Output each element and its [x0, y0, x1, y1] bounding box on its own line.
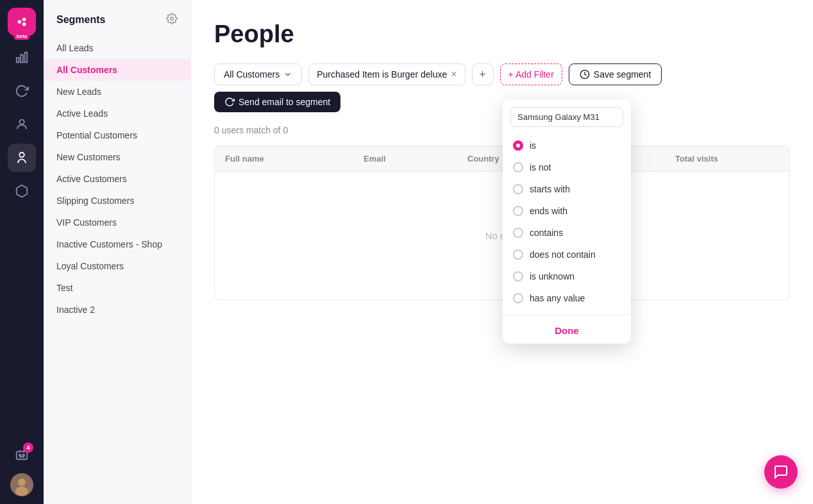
sidebar-item-test[interactable]: Test [44, 277, 190, 299]
option-contains[interactable]: contains [503, 222, 631, 244]
sidebar-item-active-customers[interactable]: Active Customers [44, 168, 190, 190]
beta-badge: beta [14, 33, 29, 40]
radio-does-not-contain[interactable] [513, 249, 523, 260]
table-header: Full name Email Country Last visit Total… [214, 146, 790, 172]
option-starts-with-label: starts with [530, 184, 570, 194]
dropdown-search-input[interactable] [510, 107, 623, 127]
filter-chip-label: Purchased Item is Burger deluxe [317, 69, 447, 80]
box-icon [15, 184, 29, 198]
radio-is-unknown[interactable] [513, 271, 523, 281]
add-filter-button[interactable]: + Add Filter [500, 63, 562, 85]
sidebar-item-all-leads[interactable]: All Leads [44, 37, 190, 59]
person-icon [15, 151, 29, 165]
col-header-email: Email [364, 154, 467, 164]
option-does-not-contain[interactable]: does not contain [503, 244, 631, 265]
segment-label: All Customers [224, 69, 280, 80]
segment-dropdown[interactable]: All Customers [214, 63, 302, 85]
radio-is-not[interactable] [513, 162, 523, 172]
radio-starts-with[interactable] [513, 184, 523, 194]
send-email-icon [224, 97, 235, 107]
option-is-label: is [530, 140, 536, 151]
chat-icon [773, 464, 789, 480]
option-has-any-value-label: has any value [530, 293, 585, 303]
radio-has-any-value[interactable] [513, 293, 523, 303]
option-is-unknown-label: is unknown [530, 271, 574, 281]
sidebar-item-vip-customers[interactable]: VIP Customers [44, 212, 190, 233]
dropdown-divider [503, 314, 631, 315]
sidebar-item-analytics[interactable] [8, 44, 36, 72]
bar-chart-icon [15, 51, 29, 65]
user-avatar[interactable] [10, 473, 33, 496]
filter-condition-dropdown: is is not starts with ends with contains… [503, 99, 631, 344]
sidebar-header: Segments [44, 13, 190, 37]
sidebar-item-inactive-customers-shop[interactable]: Inactive Customers - Shop [44, 233, 190, 255]
svg-point-10 [22, 454, 24, 456]
col-header-total-visits: Total visits [675, 154, 779, 164]
sidebar-item-box[interactable] [8, 177, 36, 205]
icon-bar: beta 4 [0, 0, 44, 504]
option-contains-label: contains [530, 228, 563, 238]
filter-chip-close-icon[interactable]: × [451, 69, 457, 80]
avatar-image [10, 473, 33, 496]
sidebar-item-user-circle[interactable] [8, 110, 36, 139]
option-has-any-value[interactable]: has any value [503, 287, 631, 309]
svg-point-0 [18, 20, 21, 24]
sidebar-item-people[interactable] [8, 144, 36, 172]
sidebar-title: Segments [56, 14, 105, 26]
table-body: No data [214, 172, 790, 300]
sidebar-item-active-leads[interactable]: Active Leads [44, 103, 190, 124]
save-icon [580, 69, 590, 80]
option-does-not-contain-label: does not contain [530, 249, 596, 260]
add-filter-label: + Add Filter [508, 69, 554, 80]
sidebar-item-new-leads[interactable]: New Leads [44, 81, 190, 103]
save-segment-button[interactable]: Save segment [569, 63, 662, 85]
logo-button[interactable]: beta [8, 8, 36, 36]
sidebar-item-refresh[interactable] [8, 77, 36, 105]
svg-point-13 [15, 487, 28, 496]
gear-icon[interactable] [166, 13, 178, 27]
svg-point-1 [22, 18, 26, 21]
sidebar-item-all-customers[interactable]: All Customers [44, 59, 190, 81]
svg-point-12 [18, 478, 26, 486]
save-segment-label: Save segment [594, 69, 651, 80]
option-is-not[interactable]: is not [503, 156, 631, 178]
svg-rect-3 [17, 58, 19, 62]
sidebar: Segments All Leads All Customers New Lea… [44, 0, 191, 504]
sidebar-item-loyal-customers[interactable]: Loyal Customers [44, 255, 190, 277]
filter-bar: All Customers Purchased Item is Burger d… [214, 63, 790, 112]
sidebar-item-inactive-2[interactable]: Inactive 2 [44, 299, 190, 321]
sidebar-item-new-customers[interactable]: New Customers [44, 146, 190, 168]
refresh-icon [15, 84, 29, 98]
option-is-not-label: is not [530, 162, 551, 172]
dropdown-search-area [503, 99, 631, 132]
svg-point-9 [19, 454, 21, 456]
user-circle-icon [15, 117, 29, 131]
notification-badge: 4 [23, 442, 33, 453]
radio-is[interactable] [513, 140, 523, 151]
chat-button[interactable] [764, 455, 798, 489]
people-table: Full name Email Country Last visit Total… [214, 146, 790, 300]
option-is-unknown[interactable]: is unknown [503, 265, 631, 287]
radio-contains[interactable] [513, 228, 523, 238]
svg-point-14 [171, 17, 174, 21]
dropdown-done-button[interactable]: Done [503, 317, 631, 344]
add-plus-button[interactable]: + [472, 63, 494, 85]
sidebar-item-bot[interactable]: 4 [8, 440, 36, 468]
sidebar-item-slipping-customers[interactable]: Slipping Customers [44, 190, 190, 212]
page-title: People [214, 21, 790, 48]
svg-point-6 [19, 120, 24, 124]
send-email-label: Send email to segment [239, 97, 330, 107]
option-starts-with[interactable]: starts with [503, 178, 631, 200]
svg-point-7 [19, 153, 24, 157]
sidebar-item-potential-customers[interactable]: Potential Customers [44, 124, 190, 146]
col-header-fullname: Full name [225, 154, 364, 164]
option-ends-with[interactable]: ends with [503, 200, 631, 222]
option-is[interactable]: is [503, 135, 631, 156]
dropdown-options-list: is is not starts with ends with contains… [503, 132, 631, 312]
send-email-button[interactable]: Send email to segment [214, 92, 340, 112]
svg-rect-5 [25, 53, 28, 63]
filter-chip-purchased-item[interactable]: Purchased Item is Burger deluxe × [308, 63, 465, 85]
logo-icon [15, 15, 29, 29]
radio-ends-with[interactable] [513, 206, 523, 216]
match-count: 0 users match of 0 [214, 125, 790, 135]
